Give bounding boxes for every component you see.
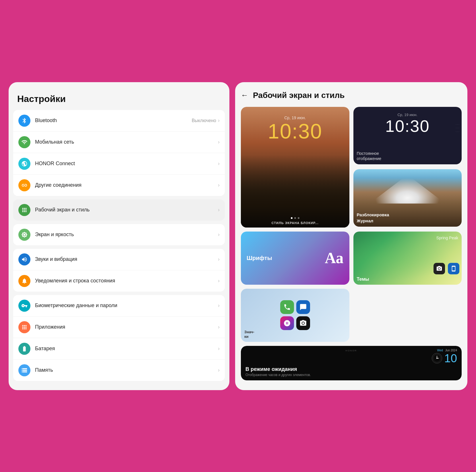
right-panel-title: Рабочий экран и стиль — [253, 91, 345, 100]
journal-label: РазблокировкаЖурнал — [357, 212, 389, 224]
standby-sublabel: Отображение часов и других элементов. — [245, 373, 457, 377]
standby-day: Wed — [437, 349, 443, 352]
battery-item[interactable]: Батарея › — [13, 338, 225, 360]
mobile-network-chevron: › — [218, 139, 220, 145]
standby-big-number: 10 — [444, 352, 457, 364]
settings-title: Настройки — [9, 91, 229, 110]
apps-chevron: › — [218, 324, 220, 330]
fonts-item[interactable]: Шрифты Аа — [241, 232, 349, 285]
sounds-chevron: › — [218, 256, 220, 262]
link-icon — [18, 179, 30, 191]
notifications-item[interactable]: Уведомления и строка состояния › — [13, 270, 225, 292]
icons-gallery-icon — [280, 316, 294, 330]
storage-icon — [18, 364, 30, 376]
other-connections-label: Другие соединения — [35, 182, 218, 188]
bluetooth-label: Bluetooth — [35, 117, 192, 124]
notifications-label: Уведомления и строка состояния — [35, 278, 218, 284]
icons-msg-icon — [296, 300, 310, 314]
theme-icons-row2 — [434, 263, 445, 274]
other-connections-item[interactable]: Другие соединения › — [13, 175, 225, 196]
back-button[interactable]: ← — [241, 91, 248, 100]
standby-label: В режиме ожидания — [245, 366, 457, 372]
honor-connect-item[interactable]: HONOR Connect › — [13, 153, 225, 175]
notifications-chevron: › — [218, 278, 220, 284]
mobile-network-item[interactable]: Мобильная сеть › — [13, 132, 225, 153]
apps-item[interactable]: Приложения › — [13, 317, 225, 338]
home-screen-group: Рабочий экран и стиль › — [13, 199, 225, 221]
battery-chevron: › — [218, 346, 220, 352]
app-container: Настройки Bluetooth Выключено › Мобильна… — [9, 82, 467, 390]
aod-time: 10:30 — [385, 117, 430, 135]
lockscreen-style-item[interactable]: Ср, 19 июн. 10:30 СТИЛЬ ЭКРАНА БЛОКИР... — [241, 107, 349, 228]
bluetooth-chevron: › — [218, 117, 220, 124]
journal-unlock-item[interactable]: РазблокировкаЖурнал — [353, 169, 462, 227]
clock-widget — [432, 353, 442, 363]
home-screen-label: Рабочий экран и стиль — [35, 207, 218, 213]
brightness-icon — [18, 229, 30, 241]
icons-label: Знач-ки — [244, 330, 254, 339]
bell-icon — [18, 275, 30, 287]
signal-icon — [18, 136, 30, 148]
key-icon — [18, 300, 30, 312]
svg-point-6 — [436, 358, 438, 359]
storage-chevron: › — [218, 367, 220, 373]
right-header: ← Рабочий экран и стиль — [241, 91, 462, 100]
home-icon — [18, 204, 30, 216]
storage-item[interactable]: Память › — [13, 360, 225, 381]
themes-item[interactable]: Spring Peak Темы — [353, 232, 462, 285]
icons-item[interactable]: Знач-ки — [241, 289, 349, 342]
themes-label: Темы — [357, 277, 369, 282]
honor-connect-chevron: › — [218, 161, 220, 167]
spring-peak-label: Spring Peak — [436, 236, 458, 240]
biometrics-chevron: › — [218, 303, 220, 309]
storage-label: Память — [35, 367, 218, 373]
svg-point-1 — [438, 268, 440, 269]
aod-birds-icon: · · ·· · ·· · · — [456, 123, 459, 134]
icons-camera-icon — [296, 316, 310, 330]
lockscreen-date: Ср, 19 июн. — [284, 115, 306, 120]
svg-point-2 — [302, 322, 304, 324]
biometrics-item[interactable]: Биометрические данные и пароли › — [13, 295, 225, 317]
sounds-label: Звуки и вибрация — [35, 256, 218, 262]
aod-date: Ср, 19 июн. — [397, 113, 417, 117]
standby-item[interactable]: В режиме ожидания Отображение часов и др… — [241, 346, 462, 380]
sound-icon — [18, 253, 30, 265]
lockscreen-time: 10:30 — [268, 120, 322, 143]
home-screen-item[interactable]: Рабочий экран и стиль › — [13, 199, 225, 221]
sound-group: Звуки и вибрация › Уведомления и строка … — [13, 249, 225, 292]
standby-clock: Wed Jun 2024 — [432, 349, 457, 364]
bluetooth-item[interactable]: Bluetooth Выключено › — [13, 110, 225, 132]
fonts-label: Шрифты — [247, 255, 272, 261]
standby-month: Jun 2024 — [445, 349, 457, 352]
home-screen-chevron: › — [218, 207, 220, 213]
fonts-aa: Аа — [325, 249, 343, 267]
battery-label: Батарея — [35, 346, 218, 352]
screen-brightness-label: Экран и яркость — [35, 232, 218, 238]
mobile-network-label: Мобильная сеть — [35, 139, 218, 145]
bluetooth-value: Выключено — [192, 118, 216, 123]
settings-panel: Настройки Bluetooth Выключено › Мобильна… — [9, 82, 229, 390]
icons-phone-icon — [280, 300, 294, 314]
battery-icon — [18, 343, 30, 355]
biometrics-label: Биометрические данные и пароли — [35, 303, 218, 309]
honor-connect-icon — [18, 158, 30, 170]
style-grid: Ср, 19 июн. 10:30 СТИЛЬ ЭКРАНА БЛОКИР...… — [241, 107, 462, 380]
bluetooth-icon — [18, 115, 30, 127]
right-panel: ← Рабочий экран и стиль Ср, 19 июн. 10:3… — [235, 82, 467, 390]
apps-icon — [18, 321, 30, 333]
honor-connect-label: HONOR Connect — [35, 161, 218, 167]
screen-group: Экран и яркость › — [13, 224, 225, 245]
aod-item[interactable]: Ср, 19 июн. 10:30 · · ·· · ·· · · Постоя… — [353, 107, 462, 164]
standby-time-row: 10 — [432, 352, 457, 364]
security-group: Биометрические данные и пароли › Приложе… — [13, 295, 225, 381]
screen-brightness-chevron: › — [218, 232, 220, 238]
other-connections-chevron: › — [218, 182, 220, 188]
sounds-item[interactable]: Звуки и вибрация › — [13, 249, 225, 270]
honor-logo: HONOR — [346, 349, 357, 352]
screen-brightness-item[interactable]: Экран и яркость › — [13, 224, 225, 245]
aod-label: Постоянноеотображение — [357, 151, 382, 161]
lockscreen-bottom-label: СТИЛЬ ЭКРАНА БЛОКИР... — [241, 221, 349, 225]
camera2-app-icon — [434, 263, 445, 274]
apps-label: Приложения — [35, 324, 218, 330]
connectivity-group: Bluetooth Выключено › Мобильная сеть › H… — [13, 110, 225, 196]
